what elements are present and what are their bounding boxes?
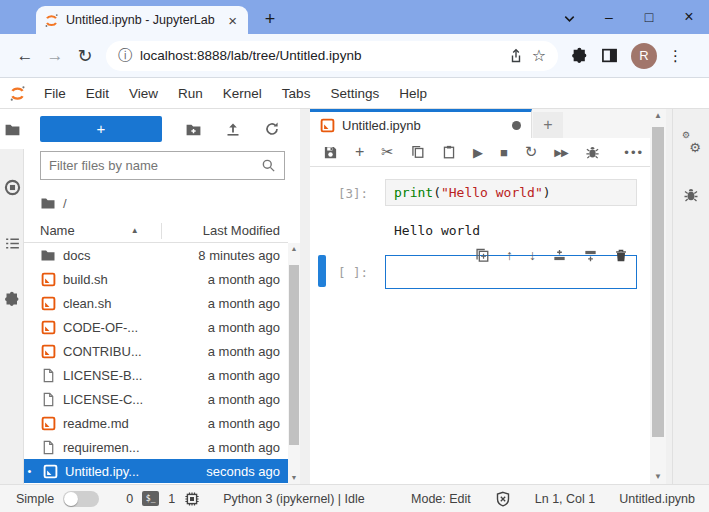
sort-asc-icon[interactable]: ▲ (131, 226, 139, 235)
status-bar: Simple 0 $_ 1 Python 3 (ipykernel) | Idl… (0, 484, 709, 512)
new-folder-icon[interactable] (185, 120, 202, 137)
upload-icon[interactable] (225, 121, 241, 138)
delete-cell-icon[interactable] (614, 247, 628, 263)
scroll-down-icon[interactable]: ▼ (650, 470, 666, 484)
breadcrumb-root[interactable]: / (63, 196, 67, 211)
menu-run[interactable]: Run (168, 86, 213, 101)
profile-avatar[interactable]: R (631, 43, 657, 69)
file-row[interactable]: build.sh a month ago (24, 267, 288, 291)
file-row[interactable]: CONTRIBU... a month ago (24, 339, 288, 363)
extensions-icon[interactable] (571, 47, 588, 64)
tab-search-icon[interactable] (549, 0, 589, 34)
filter-files-box[interactable] (40, 151, 285, 180)
menu-view[interactable]: View (119, 86, 168, 101)
sidebar-tab-toc[interactable] (0, 223, 24, 263)
menu-edit[interactable]: Edit (76, 86, 119, 101)
sidebar-tab-filebrowser[interactable] (0, 109, 24, 149)
kernel-chip-icon[interactable] (184, 491, 200, 507)
file-row[interactable]: requiremen... a month ago (24, 435, 288, 459)
file-row[interactable]: LICENSE-B... a month ago (24, 363, 288, 387)
file-name: readme.md (63, 416, 208, 431)
insert-cell-above-icon[interactable] (552, 247, 567, 263)
restart-run-all-button[interactable]: ▶▶ (554, 147, 567, 158)
forward-button[interactable]: → (40, 46, 70, 66)
paste-cells-button[interactable] (442, 145, 456, 159)
add-tab-button[interactable]: + (533, 112, 563, 138)
move-cell-down-icon[interactable]: ↓ (529, 247, 536, 263)
sidebar-tab-running[interactable] (0, 167, 24, 207)
scroll-down-icon[interactable]: ▼ (288, 472, 300, 484)
trust-shield-icon[interactable] (495, 491, 511, 507)
interrupt-kernel-button[interactable]: ■ (500, 145, 508, 160)
debugger-button[interactable] (585, 145, 600, 160)
menu-file[interactable]: File (34, 86, 76, 101)
menu-settings[interactable]: Settings (320, 86, 389, 101)
address-bar[interactable]: ⓘ localhost:8888/lab/tree/Untitled.ipynb… (106, 41, 558, 71)
file-row[interactable]: CODE-OF-... a month ago (24, 315, 288, 339)
file-row-selected[interactable]: • Untitled.ipy... seconds ago (24, 459, 288, 483)
cut-cells-button[interactable]: ✂ (381, 143, 394, 161)
move-cell-up-icon[interactable]: ↑ (506, 247, 513, 263)
insert-cell-button[interactable]: + (355, 143, 364, 161)
browser-tab[interactable]: Untitled.ipynb - JupyterLab × (36, 6, 248, 34)
terminals-count: 0 (126, 492, 133, 506)
share-icon[interactable] (508, 47, 524, 64)
maximize-button[interactable]: □ (629, 0, 669, 34)
column-modified[interactable]: Last Modified (162, 223, 288, 238)
terminal-icon[interactable]: $_ (142, 491, 159, 506)
scrollbar-thumb[interactable] (652, 127, 664, 437)
new-tab-button[interactable]: + (258, 8, 282, 32)
menu-kernel[interactable]: Kernel (213, 86, 272, 101)
url-text[interactable]: localhost:8888/lab/tree/Untitled.ipynb (140, 48, 500, 63)
column-name[interactable]: Name (40, 223, 75, 238)
notebook-scrollbar[interactable]: ▲ ▼ (650, 109, 666, 484)
cell-collapser[interactable] (318, 255, 326, 287)
window-close-button[interactable]: × (669, 0, 709, 34)
scrollbar-thumb[interactable] (289, 265, 299, 445)
new-launcher-button[interactable]: + (40, 116, 162, 142)
file-list: docs 8 minutes ago build.sh a month ago … (24, 243, 288, 484)
code-cell-input[interactable]: print("Hello world") (385, 179, 637, 206)
duplicate-cell-icon[interactable] (475, 247, 490, 263)
scroll-up-icon[interactable]: ▲ (650, 109, 666, 123)
menu-help[interactable]: Help (389, 86, 437, 101)
filter-files-input[interactable] (49, 158, 261, 173)
browser-menu-icon[interactable]: ⋮ (668, 47, 683, 65)
minimize-button[interactable]: – (589, 0, 629, 34)
restart-kernel-button[interactable]: ↻ (525, 143, 538, 161)
home-folder-icon[interactable] (40, 195, 56, 211)
reload-button[interactable]: ↻ (70, 45, 100, 67)
scroll-up-icon[interactable]: ▲ (288, 243, 300, 255)
refresh-icon[interactable] (264, 121, 280, 138)
sidebar-tab-debugger[interactable] (673, 173, 709, 217)
cursor-position[interactable]: Ln 1, Col 1 (535, 492, 595, 506)
unsaved-dot-icon[interactable] (512, 121, 521, 130)
file-row[interactable]: LICENSE-C... a month ago (24, 387, 288, 411)
notebook-mode[interactable]: Mode: Edit (411, 492, 471, 506)
kernel-status[interactable]: Python 3 (ipykernel) | Idle (223, 492, 365, 506)
markdown-file-icon (40, 320, 56, 335)
notebook-tabbar: Untitled.ipynb + (310, 109, 666, 138)
save-button[interactable] (323, 145, 338, 160)
run-cell-button[interactable]: ▶ (473, 145, 483, 160)
active-cell-input[interactable]: ↑ ↓ (385, 255, 637, 289)
file-row[interactable]: clean.sh a month ago (24, 291, 288, 315)
copy-cells-button[interactable] (411, 145, 425, 159)
menu-tabs[interactable]: Tabs (272, 86, 321, 101)
sidebar-tab-property-inspector[interactable]: ⚙⚙ (673, 121, 709, 165)
notebook-tab[interactable]: Untitled.ipynb (310, 109, 532, 138)
simple-mode-toggle[interactable] (63, 491, 99, 507)
insert-cell-below-icon[interactable] (583, 247, 598, 263)
file-row[interactable]: readme.md a month ago (24, 411, 288, 435)
file-name: CONTRIBU... (63, 344, 208, 359)
file-row[interactable]: docs 8 minutes ago (24, 243, 288, 267)
side-panel-icon[interactable] (601, 47, 618, 64)
site-info-icon[interactable]: ⓘ (118, 47, 132, 65)
breadcrumb[interactable]: / (40, 193, 67, 213)
toolbar-more-icon[interactable]: ••• (624, 145, 644, 160)
bookmark-star-icon[interactable]: ☆ (532, 46, 546, 65)
sidebar-tab-extensions[interactable] (0, 279, 24, 319)
file-list-scrollbar[interactable]: ▲ ▼ (288, 243, 300, 484)
back-button[interactable]: ← (10, 46, 40, 66)
tab-close-icon[interactable]: × (225, 12, 240, 29)
